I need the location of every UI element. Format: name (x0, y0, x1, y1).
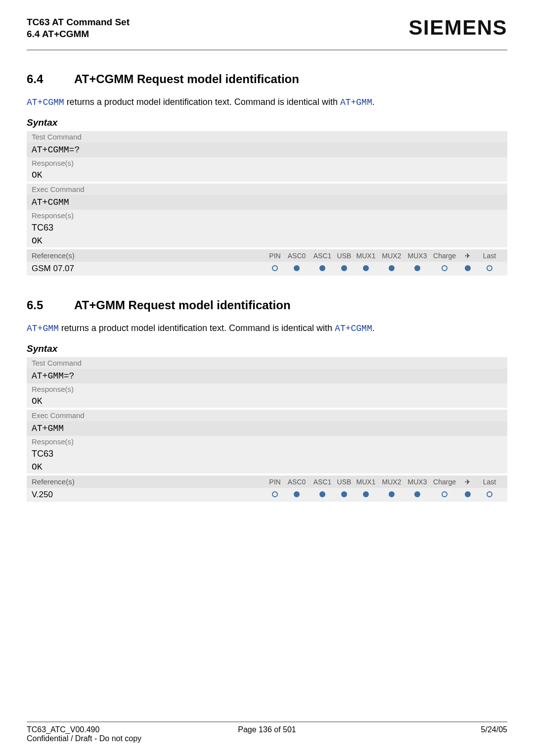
footer-version: TC63_ATC_V00.490 (27, 725, 99, 734)
syntax-block: Test Command AT+GMM=? Response(s) OK (27, 357, 507, 408)
page-footer: TC63_ATC_V00.490 Confidential / Draft - … (27, 721, 507, 743)
header-left: TC63 AT Command Set 6.4 AT+CGMM (27, 16, 130, 40)
test-command-label: Test Command (27, 131, 507, 142)
col-last: Last (477, 252, 502, 260)
cmd-link[interactable]: AT+GMM (27, 324, 59, 333)
exec-command: AT+GMM (27, 421, 507, 436)
header-right: SIEMENS (408, 16, 507, 40)
exec-command: AT+CGMM (27, 195, 507, 210)
syntax-block: Test Command AT+CGMM=? Response(s) OK (27, 131, 507, 182)
col-asc0: ASC0 (284, 252, 310, 260)
col-charge: Charge (430, 478, 459, 486)
reference-label: Reference(s) (32, 251, 266, 260)
reference-value: V.250 (32, 490, 266, 500)
ring-icon (272, 265, 278, 271)
col-last: Last (477, 478, 502, 486)
response-model: TC63 (27, 221, 507, 235)
reference-value-row: V.250 (27, 488, 507, 502)
col-pin: PIN (266, 478, 284, 486)
cmd-link[interactable]: AT+CGMM (27, 97, 64, 107)
response-label: Response(s) (27, 210, 507, 221)
filled-dot-icon (363, 491, 369, 497)
filled-dot-icon (414, 265, 420, 271)
col-asc1: ASC1 (310, 252, 335, 260)
col-asc0: ASC0 (284, 478, 310, 486)
ring-icon (487, 265, 492, 271)
reference-block: Reference(s) PIN ASC0 ASC1 USB MUX1 MUX2… (27, 475, 507, 502)
col-charge: Charge (430, 252, 459, 260)
section-heading: 6.5 AT+GMM Request model identification (27, 298, 507, 312)
filled-dot-icon (319, 265, 325, 271)
filled-dot-icon (294, 265, 300, 271)
response-ok: OK (27, 169, 507, 182)
filled-dot-icon (294, 491, 300, 497)
reference-block: Reference(s) PIN ASC0 ASC1 USB MUX1 MUX2… (27, 249, 507, 276)
response-ok: OK (27, 461, 507, 473)
airplane-icon: ✈ (459, 252, 477, 260)
doc-title: TC63 AT Command Set (27, 16, 130, 29)
filled-dot-icon (465, 265, 471, 271)
exec-command-label: Exec Command (27, 184, 507, 195)
cmd-link[interactable]: AT+CGMM (335, 324, 372, 333)
cmd-link[interactable]: AT+GMM (340, 97, 372, 107)
col-usb: USB (335, 478, 353, 486)
col-mux2: MUX2 (379, 478, 404, 486)
exec-command-label: Exec Command (27, 410, 507, 421)
footer-date: 5/24/05 (349, 725, 507, 743)
test-command: AT+CGMM=? (27, 142, 507, 157)
response-ok: OK (27, 395, 507, 408)
filled-dot-icon (363, 265, 369, 271)
reference-header-row: Reference(s) PIN ASC0 ASC1 USB MUX1 MUX2… (27, 475, 507, 488)
col-mux1: MUX1 (353, 478, 379, 486)
filled-dot-icon (341, 491, 347, 497)
reference-value: GSM 07.07 (32, 264, 266, 274)
section-number: 6.5 (27, 298, 52, 312)
intro-line: AT+CGMM returns a product model identifi… (27, 97, 507, 107)
reference-label: Reference(s) (32, 477, 266, 486)
syntax-label: Syntax (27, 117, 507, 128)
intro-text: returns a product model identification t… (64, 97, 340, 107)
reference-value-row: GSM 07.07 (27, 262, 507, 276)
ring-icon (442, 265, 447, 271)
section-heading: 6.4 AT+CGMM Request model identification (27, 72, 507, 86)
response-model: TC63 (27, 447, 507, 461)
col-mux1: MUX1 (353, 252, 379, 260)
filled-dot-icon (319, 491, 325, 497)
syntax-block: Exec Command AT+GMM Response(s) TC63 OK (27, 410, 507, 473)
col-usb: USB (335, 252, 353, 260)
footer-confidential: Confidential / Draft - Do not copy (27, 734, 185, 743)
filled-dot-icon (341, 265, 347, 271)
response-label: Response(s) (27, 157, 507, 169)
test-command-label: Test Command (27, 357, 507, 369)
filled-dot-icon (414, 491, 420, 497)
intro-text: . (372, 323, 375, 333)
page-header: TC63 AT Command Set 6.4 AT+CGMM SIEMENS (27, 16, 507, 50)
filled-dot-icon (465, 491, 471, 497)
col-mux2: MUX2 (379, 252, 404, 260)
test-command: AT+GMM=? (27, 369, 507, 383)
response-ok: OK (27, 235, 507, 247)
intro-text: . (372, 97, 375, 107)
response-label: Response(s) (27, 383, 507, 395)
ring-icon (442, 491, 447, 497)
reference-header-row: Reference(s) PIN ASC0 ASC1 USB MUX1 MUX2… (27, 249, 507, 262)
doc-subtitle: 6.4 AT+CGMM (27, 29, 130, 40)
col-mux3: MUX3 (404, 252, 430, 260)
intro-text: returns a product model identification t… (59, 323, 335, 333)
airplane-icon: ✈ (459, 478, 477, 486)
response-label: Response(s) (27, 436, 507, 447)
siemens-logo: SIEMENS (408, 16, 507, 40)
footer-page: Page 136 of 501 (188, 725, 347, 743)
section-number: 6.4 (27, 72, 52, 86)
ring-icon (272, 491, 278, 497)
syntax-label: Syntax (27, 343, 507, 354)
section-title: AT+CGMM Request model identification (74, 72, 299, 86)
filled-dot-icon (389, 491, 395, 497)
col-asc1: ASC1 (310, 478, 335, 486)
section-title: AT+GMM Request model identification (74, 298, 291, 312)
filled-dot-icon (389, 265, 395, 271)
intro-line: AT+GMM returns a product model identific… (27, 323, 507, 333)
ring-icon (487, 491, 492, 497)
col-pin: PIN (266, 252, 284, 260)
syntax-block: Exec Command AT+CGMM Response(s) TC63 OK (27, 184, 507, 247)
